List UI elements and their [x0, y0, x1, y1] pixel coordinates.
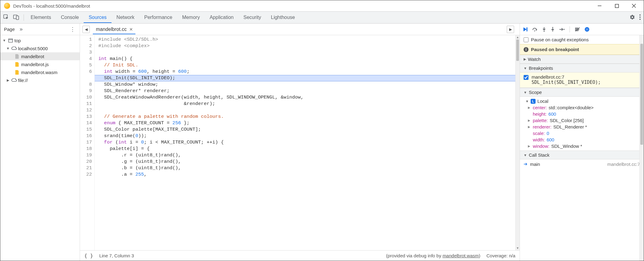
t: int: [118, 140, 127, 145]
line-num[interactable]: 22: [80, 171, 92, 178]
step-icon[interactable]: [559, 28, 565, 31]
step-out-icon[interactable]: [551, 27, 555, 32]
current-frame-icon: ➔: [524, 161, 528, 167]
scope-var-row[interactable]: width: 600: [523, 136, 644, 143]
line-num[interactable]: 12: [80, 107, 92, 114]
line-num[interactable]: 17: [80, 139, 92, 146]
tree-row-file-js[interactable]: mandelbrot.js: [0, 60, 80, 68]
scope-section-header[interactable]: ▼Scope: [520, 88, 644, 97]
close-tab-icon[interactable]: ✕: [129, 27, 133, 32]
line-num[interactable]: 21: [80, 165, 92, 171]
line-num[interactable]: 5: [80, 62, 92, 69]
breakpoints-section-header[interactable]: ▼Breakpoints: [520, 64, 644, 73]
inspect-icon[interactable]: [3, 14, 9, 21]
line-num[interactable]: 19: [80, 152, 92, 158]
code-tok: int: [98, 56, 107, 62]
scope-var-row[interactable]: ▶window: SDL_Window *: [523, 143, 644, 149]
tab-sources[interactable]: Sources: [84, 12, 112, 23]
pause-caught-checkbox[interactable]: [524, 37, 528, 42]
deactivate-breakpoints-icon[interactable]: [575, 27, 580, 32]
tab-memory[interactable]: Memory: [177, 12, 205, 23]
line-num[interactable]: 11: [80, 101, 92, 107]
step-into-icon[interactable]: [542, 27, 546, 32]
scope-local-header[interactable]: ▼LLocal: [523, 97, 644, 104]
page-panel-menu-icon[interactable]: ⋮: [70, 26, 75, 33]
line-num[interactable]: 8: [80, 81, 92, 88]
scroll-thumb[interactable]: [516, 39, 519, 61]
code-line: SDL_Renderer* renderer;: [98, 88, 170, 94]
expand-icon[interactable]: ▶: [528, 125, 531, 129]
debug-info-source: (provided via debug info by mandelbrot.w…: [386, 253, 480, 258]
minimize-button[interactable]: [595, 2, 604, 10]
pause-on-caught-row[interactable]: Pause on caught exceptions: [520, 35, 644, 44]
page-panel-label[interactable]: Page: [4, 27, 15, 32]
expand-icon[interactable]: ▶: [528, 106, 531, 109]
scroll-thumb[interactable]: [640, 44, 643, 145]
scope-var-row[interactable]: ▶center: std::complex<double>: [523, 104, 644, 111]
debug-source-link[interactable]: mandelbrot.wasm: [442, 253, 479, 258]
line-num[interactable]: 2: [80, 43, 92, 49]
device-toolbar-icon[interactable]: [13, 14, 19, 21]
cursor-position: Line 7, Column 3: [99, 253, 134, 258]
tree-row-file-wasm[interactable]: mandelbrot.wasm: [0, 68, 80, 76]
resume-icon[interactable]: [523, 27, 528, 32]
breakpoint-checkbox[interactable]: [524, 75, 528, 80]
maximize-button[interactable]: [612, 2, 621, 10]
line-num[interactable]: 3: [80, 49, 92, 56]
scope-var-row[interactable]: scale: 0: [523, 130, 644, 136]
tree-row-file-scheme[interactable]: ▶ file://: [0, 76, 80, 84]
editor-body[interactable]: 1 2 3 4 5 6 7 8 9 10 11 12 13 14 15 16 1…: [80, 35, 520, 250]
line-num[interactable]: 10: [80, 94, 92, 101]
file-tab-mandelbrot[interactable]: mandelbrot.cc ✕: [93, 25, 135, 34]
settings-icon[interactable]: [630, 14, 635, 21]
tab-network[interactable]: Network: [112, 12, 139, 23]
scroll-down-icon[interactable]: ▼: [516, 246, 520, 250]
expand-icon[interactable]: ▶: [528, 144, 531, 148]
tab-lighthouse[interactable]: Lighthouse: [266, 12, 300, 23]
code-tok: main() {: [107, 56, 133, 62]
callstack-section-header[interactable]: ▼Call Stack: [520, 151, 644, 159]
var-value: 600: [547, 137, 554, 142]
close-button[interactable]: [630, 2, 638, 10]
nav-forward-button[interactable]: ▶: [507, 26, 514, 33]
scope-var-row[interactable]: height: 600: [523, 111, 644, 117]
scroll-up-icon[interactable]: ▲: [516, 35, 520, 39]
nav-back-button[interactable]: ◀: [82, 26, 90, 33]
callstack-frame[interactable]: ➔ main mandelbrot.cc:7: [520, 159, 644, 169]
editor-scrollbar[interactable]: ▲ ▼: [515, 35, 520, 250]
line-num[interactable]: 14: [80, 120, 92, 126]
tree-row-top[interactable]: ▼ top: [0, 36, 80, 44]
tab-security[interactable]: Security: [238, 12, 266, 23]
code-area[interactable]: 7 #include <SDL2/SDL.h> #include <comple…: [95, 35, 520, 250]
line-gutter[interactable]: 1 2 3 4 5 6 7 8 9 10 11 12 13 14 15 16 1…: [80, 35, 95, 250]
kebab-menu-icon[interactable]: [639, 14, 641, 21]
tab-application[interactable]: Application: [205, 12, 238, 23]
t: int: [98, 69, 113, 74]
line-num[interactable]: 13: [80, 114, 92, 120]
pretty-print-icon[interactable]: { }: [84, 253, 93, 259]
line-num[interactable]: 6: [80, 69, 92, 75]
svg-point-13: [534, 30, 535, 31]
breakpoint-entry[interactable]: mandelbrot.cc:7 SDL_Init(SDL_INIT_VIDEO)…: [520, 73, 644, 88]
pause-exceptions-icon[interactable]: [585, 27, 589, 32]
tree-row-file-mandelbrot[interactable]: mandelbrot: [0, 52, 80, 60]
tab-console[interactable]: Console: [56, 12, 84, 23]
more-tabs-icon[interactable]: »: [20, 26, 23, 32]
line-num[interactable]: 15: [80, 126, 92, 133]
tab-performance[interactable]: Performance: [139, 12, 177, 23]
line-num[interactable]: 4: [80, 56, 92, 62]
tree-row-host[interactable]: ▼ localhost:5000: [0, 44, 80, 52]
watch-section-header[interactable]: ▶Watch: [520, 55, 644, 64]
scope-var-row[interactable]: ▶renderer: SDL_Renderer *: [523, 124, 644, 130]
expand-icon[interactable]: ▶: [528, 119, 531, 122]
debugger-scrollbar[interactable]: [639, 35, 644, 261]
line-num[interactable]: 18: [80, 146, 92, 152]
svg-point-14: [544, 31, 545, 32]
line-num[interactable]: 20: [80, 158, 92, 165]
scope-var-row[interactable]: ▶palette: SDL_Color [256]: [523, 117, 644, 124]
step-over-icon[interactable]: [532, 27, 538, 32]
line-num[interactable]: 1: [80, 36, 92, 43]
line-num[interactable]: 9: [80, 88, 92, 94]
line-num[interactable]: 16: [80, 133, 92, 139]
tab-elements[interactable]: Elements: [26, 12, 56, 23]
